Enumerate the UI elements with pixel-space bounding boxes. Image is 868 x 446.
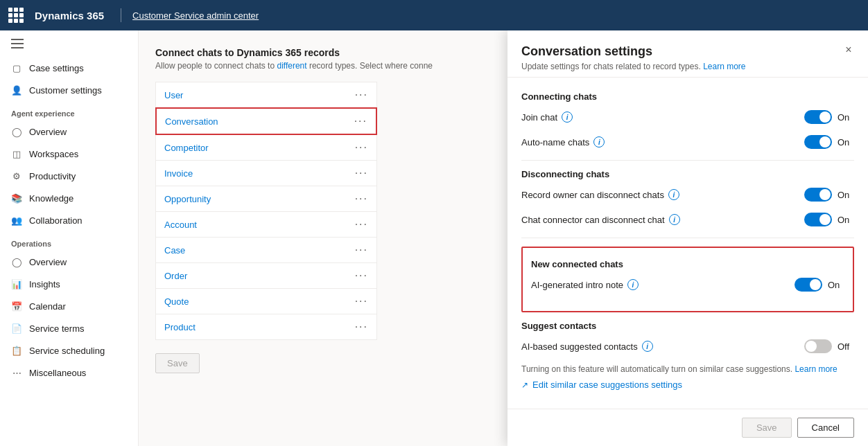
ai-suggested-contacts-toggle[interactable]: [804, 339, 832, 353]
record-owner-toggle-wrap: On: [804, 188, 854, 202]
sidebar-item-service-terms[interactable]: 📄 Service terms: [0, 317, 138, 339]
setting-chat-connector-disconnect: Chat connector can disconnect chat i On: [521, 213, 854, 226]
sidebar-item-productivity[interactable]: ⚙ Productivity: [0, 165, 138, 187]
record-item-menu[interactable]: ···: [355, 141, 368, 154]
edit-similar-case-link[interactable]: ↗ Edit similar case suggestions settings: [521, 380, 854, 390]
record-item-menu[interactable]: ···: [355, 89, 368, 101]
auto-name-chats-label: Auto-name chats i: [521, 136, 605, 148]
sidebar-item-miscellaneous[interactable]: ⋯ Miscellaneous: [0, 362, 138, 384]
sidebar-item-label: Miscellaneous: [29, 368, 86, 378]
sidebar-item-customer-settings[interactable]: 👤 Customer settings: [0, 79, 138, 101]
record-owner-info-icon[interactable]: i: [668, 189, 679, 200]
record-item[interactable]: Order ···: [155, 262, 377, 289]
record-owner-disconnect-label: Record owner can disconnect chats i: [521, 189, 679, 200]
auto-name-chats-toggle[interactable]: [804, 135, 832, 149]
brand-label: Dynamics 365: [35, 10, 104, 21]
app-launcher-icon[interactable]: [8, 8, 24, 23]
hamburger-menu[interactable]: [0, 30, 138, 57]
panel-cancel-button[interactable]: Cancel: [797, 418, 854, 438]
record-item[interactable]: User ···: [155, 82, 377, 108]
ai-intro-note-label: AI-generated intro note i: [531, 279, 639, 290]
ai-intro-note-status: On: [828, 280, 844, 290]
record-item-label: Product: [164, 322, 196, 332]
record-item[interactable]: Case ···: [155, 237, 377, 263]
ai-suggested-contacts-status: Off: [837, 341, 854, 352]
topbar-divider: [121, 8, 121, 22]
productivity-icon: ⚙: [11, 170, 22, 181]
app-link[interactable]: Customer Service admin center: [132, 10, 259, 21]
record-item-menu[interactable]: ···: [355, 295, 368, 307]
main-content: Connect chats to Dynamics 365 records Al…: [139, 30, 868, 446]
sidebar-item-label: Calendar: [29, 301, 66, 312]
record-item-menu[interactable]: ···: [355, 218, 368, 231]
sidebar-item-case-settings[interactable]: ▢ Case settings: [0, 57, 138, 79]
section-new-connected-chats: New connected chats: [531, 259, 844, 269]
knowledge-icon: 📚: [11, 193, 22, 204]
record-item-menu[interactable]: ···: [355, 244, 368, 256]
panel-subtitle-text: Update settings for chats related to rec…: [521, 62, 701, 71]
chat-connector-status: On: [837, 215, 854, 225]
sidebar-item-label: Service scheduling: [29, 346, 105, 356]
auto-name-chats-info-icon[interactable]: i: [593, 136, 605, 148]
record-item-label: Conversation: [165, 116, 218, 127]
sidebar-item-calendar[interactable]: 📅 Calendar: [0, 295, 138, 317]
record-item-label: Quote: [164, 296, 189, 307]
join-chat-status: On: [837, 112, 854, 123]
record-item-label: Order: [164, 271, 187, 281]
join-chat-toggle-wrap: On: [804, 110, 854, 124]
record-item[interactable]: Opportunity ···: [155, 186, 377, 212]
record-item[interactable]: Quote ···: [155, 288, 377, 314]
setting-auto-name-chats: Auto-name chats i On: [521, 135, 854, 149]
ai-intro-note-toggle-wrap: On: [795, 278, 844, 292]
sidebar-item-overview-agent[interactable]: ◯ Overview: [0, 121, 138, 143]
sidebar-item-workspaces[interactable]: ◫ Workspaces: [0, 143, 138, 165]
join-chat-info-icon[interactable]: i: [562, 112, 573, 123]
record-item[interactable]: Product ···: [155, 314, 377, 340]
record-owner-toggle[interactable]: [804, 188, 832, 202]
record-item-menu[interactable]: ···: [355, 269, 368, 282]
setting-record-owner-disconnect: Record owner can disconnect chats i On: [521, 188, 854, 202]
sidebar-item-insights[interactable]: 📊 Insights: [0, 273, 138, 295]
join-chat-toggle[interactable]: [804, 110, 832, 124]
panel-title: Conversation settings: [521, 44, 854, 59]
record-item[interactable]: Account ···: [155, 211, 377, 238]
case-settings-icon: ▢: [11, 62, 22, 73]
chat-connector-info-icon[interactable]: i: [669, 214, 680, 225]
panel-learn-more-link[interactable]: Learn more: [703, 62, 745, 71]
ai-suggested-contacts-toggle-wrap: Off: [804, 339, 854, 353]
divider: [521, 238, 854, 238]
record-item[interactable]: Competitor ···: [155, 134, 377, 161]
sidebar-item-knowledge[interactable]: 📚 Knowledge: [0, 187, 138, 209]
record-item-menu[interactable]: ···: [355, 193, 368, 205]
record-item-menu[interactable]: ···: [355, 321, 368, 333]
auto-name-chats-status: On: [837, 137, 854, 148]
sidebar-item-service-scheduling[interactable]: 📋 Service scheduling: [0, 339, 138, 362]
sidebar-item-collaboration[interactable]: 👥 Collaboration: [0, 209, 138, 231]
ai-intro-note-info-icon[interactable]: i: [627, 279, 639, 290]
record-item-menu[interactable]: ···: [354, 115, 367, 127]
sidebar-section-operations: Operations: [0, 231, 138, 251]
chat-connector-toggle[interactable]: [804, 213, 832, 226]
topbar: Dynamics 365 Customer Service admin cent…: [0, 0, 868, 30]
record-item-conversation[interactable]: Conversation ···: [155, 107, 377, 135]
sidebar-item-label: Overview: [29, 127, 67, 137]
join-chat-label: Join chat i: [521, 112, 573, 123]
sidebar-item-label: Overview: [29, 257, 67, 267]
panel-close-button[interactable]: ×: [840, 42, 857, 58]
panel-body: Connecting chats Join chat i On Auto-nam…: [507, 78, 868, 409]
panel-subtitle: Update settings for chats related to rec…: [521, 62, 854, 71]
record-item[interactable]: Invoice ···: [155, 160, 377, 186]
ai-intro-note-toggle[interactable]: [795, 278, 822, 292]
layout: ▢ Case settings 👤 Customer settings Agen…: [0, 30, 868, 446]
sidebar-item-overview-ops[interactable]: ◯ Overview: [0, 251, 138, 273]
description-link[interactable]: different: [277, 61, 306, 71]
ai-suggested-contacts-info-icon[interactable]: i: [642, 341, 653, 352]
suggest-learn-more-link[interactable]: Learn more: [795, 364, 837, 374]
external-link-icon: ↗: [521, 380, 528, 390]
overview-icon: ◯: [11, 126, 22, 137]
panel-save-button: Save: [742, 418, 792, 438]
section-suggest-contacts: Suggest contacts: [521, 321, 854, 331]
record-item-menu[interactable]: ···: [355, 167, 368, 179]
overview-ops-icon: ◯: [11, 256, 22, 267]
sidebar-item-label: Workspaces: [29, 149, 78, 159]
